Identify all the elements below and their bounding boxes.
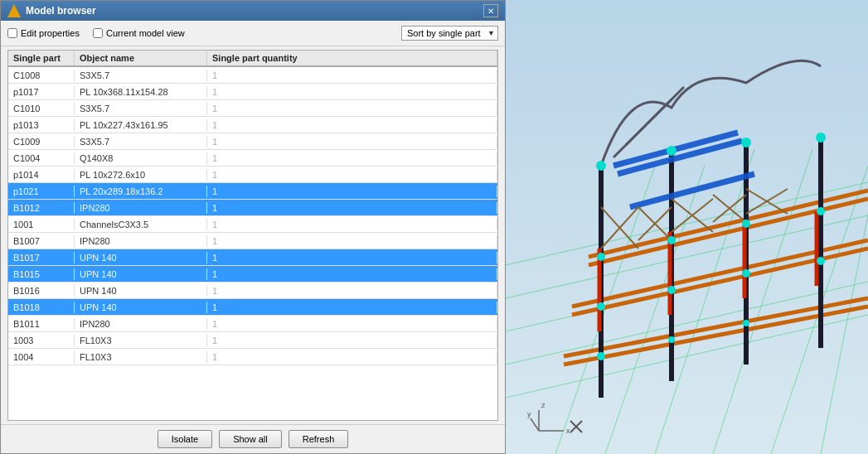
cell-single-part: p1014 xyxy=(8,169,75,181)
current-model-view-checkbox[interactable] xyxy=(93,28,103,38)
table-row[interactable]: B1007 IPN280 1 xyxy=(8,233,497,249)
table-row[interactable]: 1001 ChannelsC3X3.5 1 xyxy=(8,216,497,233)
cell-single-part: B1018 xyxy=(8,302,75,313)
title-bar-left: Model browser xyxy=(7,4,96,17)
svg-point-49 xyxy=(597,352,605,360)
table-row[interactable]: p1014 PL 10x272.6x10 1 xyxy=(8,167,497,183)
cell-object-name: UPN 140 xyxy=(75,252,207,263)
table-row[interactable]: p1021 PL 20x289.18x136.2 1 xyxy=(8,183,497,200)
3d-viewport[interactable]: x y z xyxy=(506,0,868,454)
svg-point-50 xyxy=(668,336,675,343)
model-table: Single part Object name Single part quan… xyxy=(7,50,498,421)
cell-qty: 1 xyxy=(207,302,497,313)
edit-properties-label: Edit properties xyxy=(21,28,80,38)
col-header-object-name: Object name xyxy=(75,51,207,65)
table-row[interactable]: B1016 UPN 140 1 xyxy=(8,283,497,299)
col-header-single-part: Single part xyxy=(8,51,75,65)
svg-point-43 xyxy=(742,220,750,228)
svg-point-47 xyxy=(742,269,750,278)
title-bar: Model browser ✕ xyxy=(1,1,505,21)
cell-qty: 1 xyxy=(207,103,497,114)
svg-point-52 xyxy=(596,161,606,171)
show-all-button[interactable]: Show all xyxy=(219,430,282,448)
refresh-button[interactable]: Refresh xyxy=(289,430,349,448)
cell-single-part: p1021 xyxy=(8,186,75,197)
svg-point-54 xyxy=(741,138,751,147)
cell-qty: 1 xyxy=(207,219,497,230)
cell-qty: 1 xyxy=(207,202,497,214)
cell-qty: 1 xyxy=(207,136,497,147)
model-browser-dialog: Model browser ✕ Edit properties Current … xyxy=(0,0,506,454)
close-button[interactable]: ✕ xyxy=(483,4,498,17)
table-row[interactable]: p1013 PL 10x227.43x161.95 1 xyxy=(8,117,497,133)
svg-text:x: x xyxy=(566,427,570,435)
svg-point-55 xyxy=(816,133,826,142)
table-row[interactable]: B1012 IPN280 1 xyxy=(8,200,497,216)
cell-single-part: p1017 xyxy=(8,86,75,98)
table-row[interactable]: C1008 S3X5.7 1 xyxy=(8,67,497,84)
cell-qty: 1 xyxy=(207,186,497,197)
cell-single-part: B1007 xyxy=(8,235,75,247)
svg-point-42 xyxy=(667,236,676,244)
svg-point-53 xyxy=(667,146,676,156)
sort-dropdown-wrapper: Sort by single part Sort by part Sort by… xyxy=(401,26,498,41)
sort-wrapper: Sort by single part Sort by part Sort by… xyxy=(401,26,498,41)
cell-object-name: UPN 140 xyxy=(75,302,207,313)
cell-object-name: IPN280 xyxy=(75,202,207,214)
table-row[interactable]: B1015 UPN 140 1 xyxy=(8,266,497,283)
table-header: Single part Object name Single part quan… xyxy=(8,51,497,67)
table-row[interactable]: 1004 FL10X3 1 xyxy=(8,349,497,365)
cell-single-part: B1011 xyxy=(8,318,75,330)
cell-qty: 1 xyxy=(207,70,497,81)
cell-qty: 1 xyxy=(207,86,497,98)
table-body[interactable]: C1008 S3X5.7 1 p1017 PL 10x368.11x154.28… xyxy=(8,67,497,420)
current-model-view-label: Current model view xyxy=(106,28,185,38)
cell-single-part: 1003 xyxy=(8,335,75,346)
cell-object-name: PL 10x368.11x154.28 xyxy=(75,86,207,98)
isolate-button[interactable]: Isolate xyxy=(158,430,212,448)
table-row[interactable]: C1004 Q140X8 1 xyxy=(8,150,497,167)
table-row[interactable]: p1017 PL 10x368.11x154.28 1 xyxy=(8,84,497,100)
cell-qty: 1 xyxy=(207,152,497,164)
cell-object-name: ChannelsC3X3.5 xyxy=(75,219,207,230)
table-row[interactable]: B1018 UPN 140 1 xyxy=(8,299,497,316)
cell-qty: 1 xyxy=(207,268,497,280)
edit-properties-checkbox-label[interactable]: Edit properties xyxy=(7,28,80,38)
svg-text:y: y xyxy=(527,410,531,418)
svg-point-41 xyxy=(597,253,605,261)
svg-point-45 xyxy=(597,302,605,311)
edit-properties-checkbox[interactable] xyxy=(7,28,17,38)
cell-object-name: FL10X3 xyxy=(75,335,207,346)
cell-object-name: PL 10x272.6x10 xyxy=(75,169,207,181)
cell-object-name: UPN 140 xyxy=(75,285,207,297)
cell-object-name: UPN 140 xyxy=(75,268,207,280)
table-row[interactable]: B1011 IPN280 1 xyxy=(8,316,497,332)
cell-single-part: B1016 xyxy=(8,285,75,297)
svg-text:z: z xyxy=(541,401,546,409)
current-model-view-checkbox-label[interactable]: Current model view xyxy=(93,28,185,38)
cell-qty: 1 xyxy=(207,252,497,263)
svg-rect-0 xyxy=(506,0,868,454)
table-row[interactable]: C1010 S3X5.7 1 xyxy=(8,100,497,117)
toolbar: Edit properties Current model view Sort … xyxy=(1,21,505,46)
cell-object-name: PL 20x289.18x136.2 xyxy=(75,186,207,197)
table-row[interactable]: B1017 UPN 140 1 xyxy=(8,249,497,266)
sort-select[interactable]: Sort by single part Sort by part Sort by… xyxy=(401,26,498,41)
cell-object-name: IPN280 xyxy=(75,235,207,247)
cell-single-part: C1010 xyxy=(8,103,75,114)
cell-qty: 1 xyxy=(207,235,497,247)
cell-qty: 1 xyxy=(207,351,497,363)
cell-single-part: 1001 xyxy=(8,219,75,230)
dialog-title: Model browser xyxy=(26,5,96,17)
app-icon xyxy=(7,4,21,17)
cell-qty: 1 xyxy=(207,169,497,181)
cell-object-name: FL10X3 xyxy=(75,351,207,363)
table-row[interactable]: 1003 FL10X3 1 xyxy=(8,332,497,349)
cell-single-part: C1009 xyxy=(8,136,75,147)
table-row[interactable]: C1009 S3X5.7 1 xyxy=(8,133,497,150)
cell-object-name: Q140X8 xyxy=(75,152,207,164)
svg-point-48 xyxy=(817,257,825,265)
svg-point-51 xyxy=(743,320,749,326)
col-header-qty: Single part quantity xyxy=(207,51,497,65)
cell-single-part: B1017 xyxy=(8,252,75,263)
